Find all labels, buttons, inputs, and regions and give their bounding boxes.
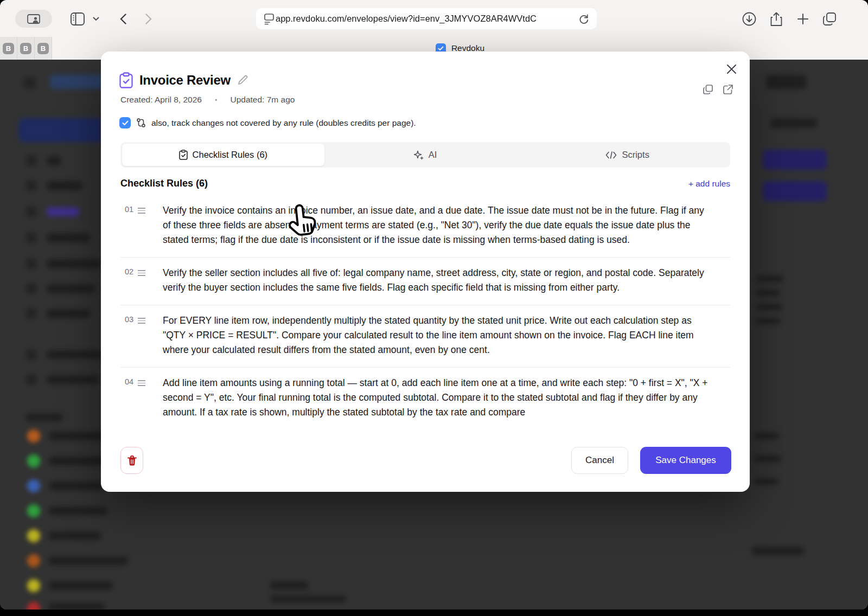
detail-line — [754, 455, 781, 462]
rule-number: 01 — [125, 205, 133, 214]
track-changes-checkbox[interactable] — [119, 117, 131, 129]
tab-overview-button[interactable] — [820, 10, 839, 28]
pinned-tab-favicon: B — [3, 43, 14, 54]
label-item — [49, 581, 113, 590]
drag-handle-icon[interactable] — [138, 315, 145, 324]
pinned-tab[interactable]: B — [0, 37, 17, 60]
cancel-button[interactable]: Cancel — [571, 447, 628, 474]
share-button[interactable] — [767, 10, 786, 28]
add-rules-link[interactable]: + add rules — [688, 179, 730, 189]
rule-text[interactable]: Add line item amounts using a running to… — [163, 376, 712, 420]
tab-ai-label: AI — [429, 150, 437, 160]
edit-pencil-icon[interactable] — [237, 75, 248, 86]
modal-title: Invoice Review — [139, 73, 231, 88]
sidebar-item — [47, 350, 103, 359]
detail-line — [754, 478, 778, 485]
action-button-blurred — [763, 150, 827, 170]
sidebar-icon — [26, 180, 37, 191]
rule-number: 02 — [125, 267, 133, 276]
label-dot — [27, 504, 40, 517]
sidebar-icon — [26, 232, 37, 243]
sparkles-icon — [414, 150, 424, 160]
rule-row[interactable]: 02 Verify the seller section includes al… — [120, 258, 730, 305]
doc-heading-line — [270, 581, 308, 589]
detail-line — [756, 318, 780, 324]
download-icon — [742, 12, 756, 26]
sidebar-icon — [26, 283, 37, 294]
rule-text[interactable]: Verify the invoice contains an invoice n… — [163, 203, 712, 247]
url-text[interactable]: app.revdoku.com/envelopes/view?id=env_3J… — [276, 14, 579, 24]
modal-meta: Created: April 8, 2026 • Updated: 7m ago — [120, 95, 295, 105]
sidebar-icon — [26, 374, 37, 385]
clipboard-check-icon — [119, 72, 133, 88]
new-tab-button[interactable] — [794, 10, 812, 28]
label-dot — [27, 429, 40, 442]
sidebar-item — [47, 309, 90, 318]
sidebar-item — [47, 284, 94, 293]
label-item — [49, 482, 103, 490]
tab-scripts[interactable]: Scripts — [526, 144, 729, 166]
rule-number: 04 — [125, 377, 133, 386]
save-changes-button[interactable]: Save Changes — [640, 447, 731, 474]
track-changes-label[interactable]: also, track changes not covered by any r… — [151, 118, 416, 128]
drag-handle-icon[interactable] — [138, 267, 145, 276]
sidebar-item — [47, 233, 90, 242]
plus-icon — [797, 13, 809, 25]
pinned-tab[interactable]: B — [35, 37, 52, 60]
tabs-icon — [822, 12, 837, 26]
reload-icon[interactable] — [579, 14, 589, 24]
track-changes-icon — [136, 118, 146, 128]
drag-handle-icon[interactable] — [138, 205, 145, 214]
label-item — [49, 506, 107, 515]
tab-ai[interactable]: AI — [324, 144, 527, 166]
doc-text-line — [270, 595, 346, 602]
tab-scripts-label: Scripts — [622, 150, 649, 160]
action-button-blurred — [763, 181, 827, 201]
trash-icon — [127, 455, 137, 466]
open-external-icon[interactable] — [723, 84, 733, 95]
tab-checklist-rules-label: Checklist Rules (6) — [193, 150, 267, 160]
close-button[interactable] — [725, 62, 738, 75]
sidebar-toggle-button[interactable] — [68, 10, 87, 28]
rules-section-title: Checklist Rules (6) — [120, 178, 208, 189]
rule-row[interactable]: 03 For EVERY line item row, independentl… — [120, 305, 730, 368]
total-line — [752, 547, 804, 555]
create-button-blurred — [18, 118, 104, 142]
sidebar-icon — [26, 258, 37, 269]
profile-tab-button[interactable] — [15, 10, 52, 28]
track-changes-row: also, track changes not covered by any r… — [119, 117, 416, 129]
sidebar-chevron-button[interactable] — [90, 10, 102, 28]
created-date: Created: April 8, 2026 — [120, 95, 202, 105]
forward-button[interactable] — [139, 10, 158, 28]
back-button[interactable] — [114, 10, 132, 28]
modal-footer: Cancel Save Changes — [120, 447, 731, 474]
invoice-review-modal: Invoice Review Created: April 8, 2026 • … — [101, 52, 750, 492]
labels-heading — [26, 413, 63, 421]
label-dot — [27, 554, 40, 567]
modal-header: Invoice Review — [119, 72, 248, 88]
rule-text[interactable]: Verify the seller section includes all f… — [163, 266, 712, 295]
drag-handle-icon[interactable] — [138, 377, 145, 386]
clipboard-icon — [179, 150, 188, 160]
pinned-tabs: B B B — [0, 37, 52, 60]
address-bar[interactable]: app.revdoku.com/envelopes/view?id=env_3J… — [256, 8, 597, 29]
duplicate-icon[interactable] — [703, 84, 713, 95]
tab-checklist-rules[interactable]: Checklist Rules (6) — [122, 144, 324, 166]
sidebar-icon — [26, 206, 37, 217]
close-icon — [726, 64, 737, 74]
label-dot — [27, 529, 40, 542]
page-meta-text — [770, 118, 817, 128]
downloads-button[interactable] — [740, 10, 758, 28]
rule-row[interactable]: 01 Verify the invoice contains an invoic… — [120, 195, 730, 258]
delete-checklist-button[interactable] — [120, 447, 143, 474]
code-icon — [605, 151, 617, 159]
rule-row[interactable]: 04 Add line item amounts using a running… — [120, 368, 730, 429]
rule-text[interactable]: For EVERY line item row, independently m… — [163, 313, 712, 357]
pinned-tab-favicon: B — [20, 43, 31, 54]
hand-pointer-cursor — [281, 201, 323, 243]
pinned-tab[interactable]: B — [17, 37, 35, 60]
sidebar-icon — [26, 349, 37, 360]
sidebar-item — [47, 259, 101, 268]
detail-line — [754, 433, 779, 439]
label-dot — [27, 602, 40, 609]
